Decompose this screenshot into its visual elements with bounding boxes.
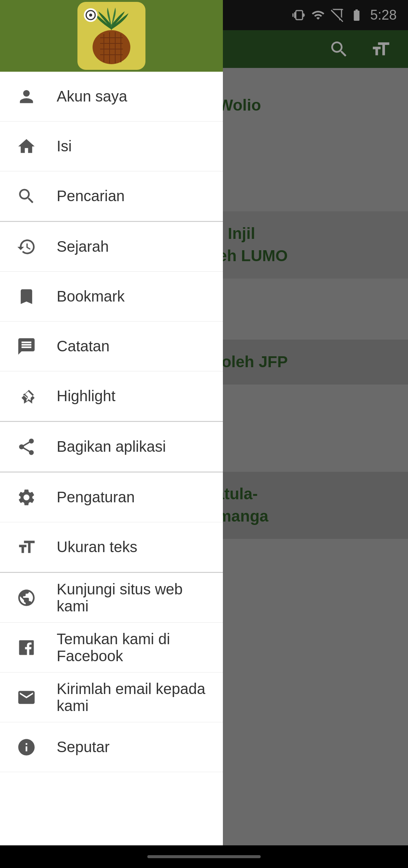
menu-item-share[interactable]: Bagikan aplikasi (0, 422, 223, 472)
home-icon (15, 135, 38, 158)
facebook-icon (15, 636, 38, 659)
menu-label-about: Seputar (57, 739, 110, 756)
font-icon (15, 536, 38, 559)
drawer-header (0, 0, 223, 72)
menu-item-settings[interactable]: Pengaturan (0, 472, 223, 522)
person-icon (15, 85, 38, 108)
menu-label-account: Akun saya (57, 88, 127, 105)
svg-point-12 (89, 14, 92, 17)
menu-label-website: Kunjungi situs web kami (57, 581, 208, 615)
menu-label-share: Bagikan aplikasi (57, 438, 166, 455)
menu-label-search: Pencarian (57, 188, 125, 205)
menu-item-bookmark[interactable]: Bookmark (0, 272, 223, 322)
highlight-icon (15, 385, 38, 408)
menu-item-search[interactable]: Pencarian (0, 171, 223, 221)
history-icon (15, 235, 38, 258)
email-icon (15, 686, 38, 709)
settings-icon (15, 486, 38, 509)
menu-label-facebook: Temukan kami di Facebook (57, 631, 208, 665)
search-menu-icon (15, 185, 38, 208)
menu-item-email[interactable]: Kirimlah email kepada kami (0, 673, 223, 722)
menu-item-website[interactable]: Kunjungi situs web kami (0, 573, 223, 623)
bookmark-icon (15, 285, 38, 308)
info-icon (15, 736, 38, 759)
menu-list: Akun saya Isi Pencarian Sejarah (0, 72, 223, 868)
menu-label-history: Sejarah (57, 238, 109, 255)
menu-label-highlight: Highlight (57, 388, 116, 405)
menu-item-account[interactable]: Akun saya (0, 72, 223, 122)
notes-icon (15, 335, 38, 358)
home-indicator (147, 855, 261, 858)
share-icon (15, 436, 38, 458)
menu-item-facebook[interactable]: Temukan kami di Facebook (0, 623, 223, 673)
menu-label-content: Isi (57, 138, 72, 155)
app-icon (77, 2, 145, 70)
menu-item-highlight[interactable]: Highlight (0, 371, 223, 421)
menu-item-notes[interactable]: Catatan (0, 322, 223, 371)
menu-label-font: Ukuran teks (57, 539, 137, 556)
menu-label-notes: Catatan (57, 338, 110, 355)
bottom-nav (0, 845, 408, 868)
menu-item-font[interactable]: Ukuran teks (0, 522, 223, 572)
svg-point-1 (93, 30, 130, 64)
menu-label-email: Kirimlah email kepada kami (57, 680, 208, 714)
navigation-drawer: Akun saya Isi Pencarian Sejarah (0, 0, 223, 868)
globe-icon (15, 586, 38, 609)
pineapple-svg (79, 4, 144, 68)
menu-label-settings: Pengaturan (57, 489, 135, 506)
menu-item-about[interactable]: Seputar (0, 722, 223, 772)
menu-item-history[interactable]: Sejarah (0, 222, 223, 272)
menu-item-content[interactable]: Isi (0, 122, 223, 171)
menu-label-bookmark: Bookmark (57, 288, 125, 305)
